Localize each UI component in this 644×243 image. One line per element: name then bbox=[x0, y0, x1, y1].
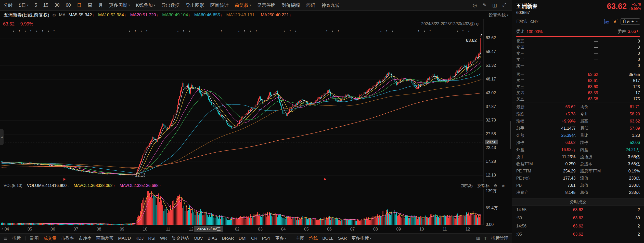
stat-label: PB bbox=[516, 183, 541, 188]
indicator-item-KDJ[interactable]: KDJ bbox=[135, 236, 144, 241]
stat-value: 58.20 bbox=[605, 112, 640, 116]
edit-icon[interactable]: ✎ bbox=[483, 2, 487, 8]
indicator-item-BIAS[interactable]: BIAS bbox=[208, 236, 217, 241]
date-range-button[interactable]: 2024/3/22-2025/12/30(432根) ⚲ bbox=[421, 21, 479, 27]
indicator-item-PSY[interactable]: PSY bbox=[262, 236, 271, 241]
stat-label: 涨幅 bbox=[516, 119, 541, 124]
price-axis-label: 37.87 bbox=[486, 104, 496, 109]
stat-row: 总手41.14万最低57.89 bbox=[516, 125, 640, 132]
toolbar-item-导出数据[interactable]: 导出数据 bbox=[161, 2, 180, 8]
trade-price: 63.62 bbox=[539, 224, 617, 228]
toolbar-item-周[interactable]: 周 bbox=[88, 2, 92, 8]
svg-text:↑: ↑ bbox=[418, 29, 420, 33]
volume-chart[interactable] bbox=[0, 189, 483, 225]
toolbar-item-5日[interactable]: 5日▾ bbox=[19, 2, 29, 8]
stat-label: 量比 bbox=[576, 133, 605, 138]
indicator-menu-icon[interactable]: ▤ bbox=[4, 236, 7, 241]
indicator-item-市盈率[interactable]: 市盈率 bbox=[61, 235, 74, 241]
svg-text:*: * bbox=[457, 30, 458, 34]
panel-layout-icon[interactable]: ◫ bbox=[484, 236, 487, 241]
toolbar-item-前复权[interactable]: 前复权▾ bbox=[235, 2, 251, 8]
indicator-item-市净率[interactable]: 市净率 bbox=[79, 235, 92, 241]
gear-icon[interactable]: ⚙ bbox=[52, 13, 56, 18]
toolbar-item-筹码[interactable]: 筹码 bbox=[306, 2, 315, 8]
stat-label: 最低 bbox=[576, 126, 605, 131]
svg-text:*: * bbox=[295, 30, 297, 34]
mavol2-value: MAVOL2:325136.688↑ bbox=[120, 183, 161, 188]
add-watchlist-button[interactable]: 自选 + ▾ bbox=[621, 18, 640, 25]
toolbar-item-到价提醒[interactable]: 到价提醒 bbox=[281, 2, 300, 8]
svg-text:↑: ↑ bbox=[134, 29, 136, 33]
tape-row: 14:5663.622 bbox=[516, 222, 640, 230]
multi-chart-icon[interactable]: ◫ bbox=[492, 2, 497, 8]
indicator-item-OBV[interactable]: OBV bbox=[194, 236, 203, 241]
indicator-item-资金趋势[interactable]: 资金趋势 bbox=[172, 235, 189, 241]
toolbar-item-分时[interactable]: 分时 bbox=[4, 2, 13, 8]
chart-header: 五洲新春(日线,前复权) ⚙ MA MA5:55.342↑MA10:52.984… bbox=[0, 11, 512, 19]
price-axis-label: 22.43 bbox=[486, 145, 496, 150]
add-indicator-button[interactable]: 加指标 bbox=[461, 183, 473, 188]
collapse-panel-handle[interactable]: ◂ bbox=[0, 129, 4, 145]
toolbar-item-月[interactable]: 月 bbox=[98, 2, 103, 8]
indicator-item-均线[interactable]: 均线 bbox=[309, 235, 318, 241]
indicator-item-WR[interactable]: WR bbox=[160, 236, 167, 241]
svg-text:↑: ↑ bbox=[429, 29, 431, 33]
circle-chevron-icon[interactable]: ◎ bbox=[473, 2, 477, 8]
toolbar-item-K线叠加[interactable]: K线叠加▾ bbox=[136, 2, 155, 8]
x-axis-tick: 07 bbox=[349, 227, 356, 232]
toolbar-item-神奇九转[interactable]: 神奇九转 bbox=[321, 2, 340, 8]
stat-row: 涨幅+9.99%最高63.62 bbox=[516, 118, 640, 125]
main-chart-label: 主图 bbox=[296, 235, 304, 241]
tape-row: :0563.622 bbox=[516, 230, 640, 238]
svg-text:*: * bbox=[189, 30, 190, 34]
toolbar-item-5[interactable]: 5 bbox=[35, 3, 37, 8]
main-candlestick-chart[interactable]: *↑*↑*↑*↑*↑*↑*↑*↑*↑*↑*↑*↑*↑*↑*↑*↑*↑*⚑⚑12.… bbox=[0, 19, 483, 182]
indicator-item-MACD[interactable]: MACD bbox=[118, 236, 131, 241]
toolbar-item-导出图形[interactable]: 导出图形 bbox=[186, 2, 204, 8]
level-volume: 0 bbox=[614, 57, 640, 62]
close-icon[interactable]: ⊗ bbox=[501, 183, 505, 188]
toolbar-item-显示停牌[interactable]: 显示停牌 bbox=[257, 2, 275, 8]
level-price: 63.59 bbox=[533, 91, 614, 95]
switch-indicator-button[interactable]: 换指标 bbox=[477, 183, 490, 188]
indicator-item-更多指标[interactable]: 更多指标▾ bbox=[352, 235, 371, 241]
vertical-scrollbar[interactable] bbox=[510, 121, 511, 149]
indicator-item-RSI[interactable]: RSI bbox=[148, 236, 155, 241]
grid-layout-icon[interactable]: ▦ bbox=[476, 236, 480, 241]
ma-settings-button[interactable]: 设置均线 ▾ bbox=[488, 12, 508, 18]
stat-label: 内盘 bbox=[576, 147, 605, 153]
indicator-item-两融差额[interactable]: 两融差额 bbox=[96, 235, 113, 241]
toolbar-item-15[interactable]: 15 bbox=[43, 3, 48, 8]
sub-chart-label: 副图 bbox=[30, 235, 39, 241]
svg-text:63.62: 63.62 bbox=[466, 38, 477, 43]
level-volume: 517 bbox=[614, 78, 640, 83]
toolbar-item-60[interactable]: 60 bbox=[66, 3, 71, 8]
toolbar-item-区间统计[interactable]: 区间统计 bbox=[210, 2, 229, 8]
indicator-item-DMI[interactable]: DMI bbox=[239, 236, 247, 241]
stat-value: 8.145 bbox=[541, 190, 576, 195]
indicator-item-成交量[interactable]: 成交量 bbox=[43, 235, 56, 241]
stat-label: 涨停 bbox=[516, 140, 541, 145]
trade-time: 14:56 bbox=[516, 224, 539, 228]
indicator-item-BRAR[interactable]: BRAR bbox=[222, 236, 234, 241]
main-indicator-items: 均线BOLLSAR更多指标▾ bbox=[309, 235, 371, 241]
stat-label: 流通股 bbox=[576, 154, 605, 160]
ma-value: MA30:49.104↑ bbox=[162, 12, 190, 18]
indicator-item-BOLL[interactable]: BOLL bbox=[322, 236, 333, 241]
indicator-label[interactable]: 指标 bbox=[12, 235, 21, 241]
ask-row: 卖四—0 bbox=[516, 44, 640, 50]
fullscreen-icon[interactable]: ⤢ bbox=[503, 2, 506, 8]
toolbar-item-更多周期[interactable]: 更多周期▾ bbox=[109, 2, 130, 8]
indicator-item-更多[interactable]: 更多▾ bbox=[275, 235, 287, 241]
toolbar-item-30[interactable]: 30 bbox=[55, 3, 60, 8]
indicator-item-SAR[interactable]: SAR bbox=[338, 236, 347, 241]
x-axis-tick: 12 bbox=[187, 227, 195, 232]
gear-icon[interactable]: ⚙ bbox=[494, 183, 497, 188]
indicator-item-CR[interactable]: CR bbox=[251, 236, 257, 241]
indicator-manage-button[interactable]: 指标管理 bbox=[491, 235, 508, 241]
level-price: — bbox=[533, 51, 614, 56]
x-axis-tick: 10 bbox=[141, 227, 149, 232]
level-price: 63.60 bbox=[533, 85, 614, 89]
stat-value: 25.39亿 bbox=[541, 133, 576, 138]
toolbar-item-日[interactable]: 日 bbox=[77, 2, 82, 8]
